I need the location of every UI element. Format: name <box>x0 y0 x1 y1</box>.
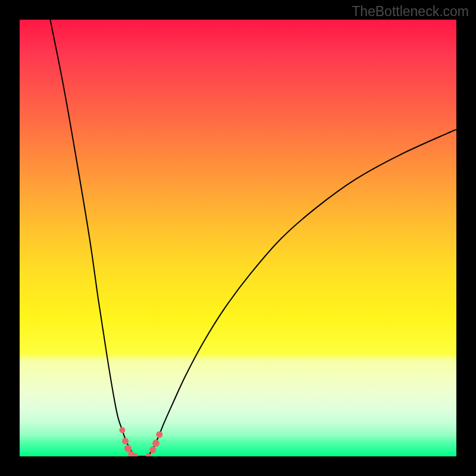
data-point <box>149 446 156 453</box>
data-point <box>124 445 131 452</box>
left-curve-path <box>50 20 137 456</box>
curve-group <box>50 20 456 456</box>
data-point <box>122 438 129 444</box>
watermark-text: TheBottleneck.com <box>352 4 469 20</box>
data-point <box>146 453 152 456</box>
right-curve-path <box>146 130 456 456</box>
data-points-group <box>119 427 162 456</box>
chart-plot-area <box>20 20 456 456</box>
data-point <box>156 431 162 438</box>
chart-svg <box>20 20 456 456</box>
data-point <box>152 440 159 447</box>
data-point <box>119 427 125 433</box>
